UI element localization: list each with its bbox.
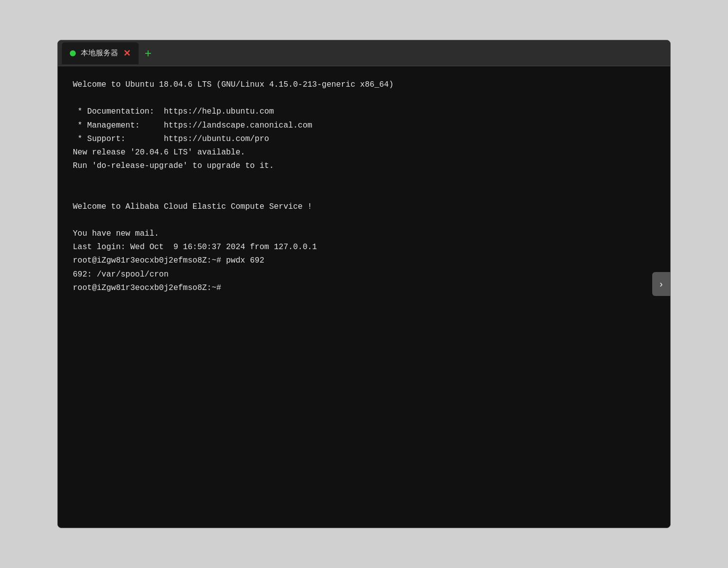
terminal-line — [73, 187, 655, 200]
terminal-line: * Support: https://ubuntu.com/pro — [73, 133, 655, 146]
terminal-body[interactable]: Welcome to Ubuntu 18.04.6 LTS (GNU/Linux… — [58, 66, 670, 528]
terminal-line: Last login: Wed Oct 9 16:50:37 2024 from… — [73, 241, 655, 254]
terminal-line — [73, 173, 655, 186]
sidebar-toggle-button[interactable]: › — [652, 272, 670, 296]
tab-label: 本地服务器 — [81, 48, 118, 58]
new-tab-button[interactable]: + — [145, 47, 152, 59]
terminal-line: * Management: https://landscape.canonica… — [73, 119, 655, 133]
terminal-line: Welcome to Alibaba Cloud Elastic Compute… — [73, 200, 655, 214]
terminal-line: * Documentation: https://help.ubuntu.com — [73, 105, 655, 119]
terminal-line: Run 'do-release-upgrade' to upgrade to i… — [73, 159, 655, 173]
terminal-line — [73, 214, 655, 227]
tab-close-button[interactable]: ✕ — [123, 49, 131, 58]
terminal-line: New release '20.04.6 LTS' available. — [73, 146, 655, 159]
tab-status-dot — [70, 50, 76, 56]
terminal-line: Welcome to Ubuntu 18.04.6 LTS (GNU/Linux… — [73, 78, 655, 92]
terminal-line: You have new mail. — [73, 227, 655, 241]
terminal-window: 本地服务器 ✕ + Welcome to Ubuntu 18.04.6 LTS … — [57, 40, 671, 528]
tab-bar: 本地服务器 ✕ + — [58, 40, 670, 66]
terminal-line: root@iZgw81r3eocxb0j2efmso8Z:~# pwdx 692 — [73, 254, 655, 268]
chevron-right-icon: › — [660, 279, 663, 289]
active-tab[interactable]: 本地服务器 ✕ — [62, 42, 139, 64]
terminal-line — [73, 92, 655, 105]
terminal-line: 692: /var/spool/cron — [73, 268, 655, 282]
terminal-line: root@iZgw81r3eocxb0j2efmso8Z:~# — [73, 282, 655, 295]
